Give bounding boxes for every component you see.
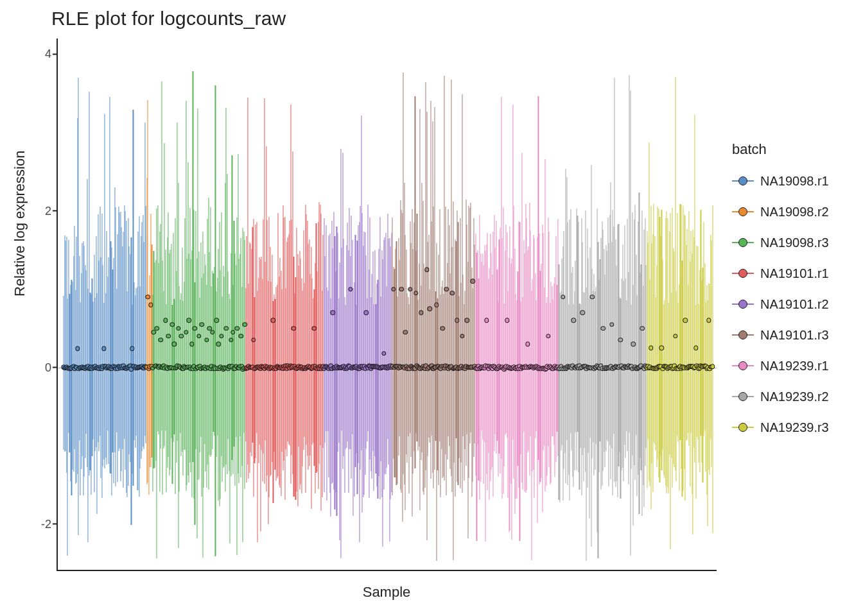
legend-key: [732, 419, 754, 436]
legend: batch NA19098.r1NA19098.r2NA19098.r3NA19…: [732, 141, 829, 445]
legend-key: [732, 173, 754, 189]
stage: RLE plot for logcounts_raw Relative log …: [0, 0, 863, 616]
legend-label: NA19239.r1: [760, 359, 829, 373]
chart-title: RLE plot for logcounts_raw: [51, 8, 286, 30]
legend-key: [732, 265, 754, 282]
legend-key: [732, 234, 754, 251]
y-axis-label: Relative log expression: [12, 151, 28, 296]
legend-item: NA19101.r2: [732, 291, 829, 317]
x-axis-label: Sample: [57, 584, 717, 601]
sample: [712, 38, 713, 571]
legend-key: [732, 388, 754, 405]
axis-left: [57, 38, 58, 571]
legend-label: NA19101.r1: [760, 266, 829, 281]
legend-item: NA19101.r1: [732, 261, 829, 286]
legend-label: NA19098.r2: [760, 205, 829, 219]
legend-key: [732, 327, 754, 343]
y-tick: 2: [26, 204, 51, 218]
legend-label: NA19098.r3: [760, 235, 829, 250]
legend-item: NA19098.r1: [732, 168, 829, 194]
legend-label: NA19239.r2: [760, 389, 829, 404]
plot-panel: [57, 38, 717, 571]
legend-label: NA19101.r2: [760, 297, 829, 312]
legend-item: NA19098.r2: [732, 199, 829, 225]
legend-label: NA19239.r3: [760, 420, 829, 435]
samples-layer: [57, 38, 717, 571]
y-tick: 0: [26, 361, 51, 374]
legend-key: [732, 296, 754, 312]
legend-item: NA19239.r3: [732, 415, 829, 440]
legend-label: NA19101.r3: [760, 328, 829, 343]
legend-key: [732, 203, 754, 220]
legend-title: batch: [732, 141, 829, 158]
legend-item: NA19239.r1: [732, 353, 829, 379]
y-tick: -2: [26, 517, 51, 531]
legend-item: NA19101.r3: [732, 322, 829, 348]
legend-item: NA19098.r3: [732, 230, 829, 255]
y-tick: 4: [26, 47, 51, 61]
legend-item: NA19239.r2: [732, 384, 829, 409]
legend-key: [732, 357, 754, 374]
legend-label: NA19098.r1: [760, 174, 829, 189]
axis-bottom: [57, 570, 717, 571]
